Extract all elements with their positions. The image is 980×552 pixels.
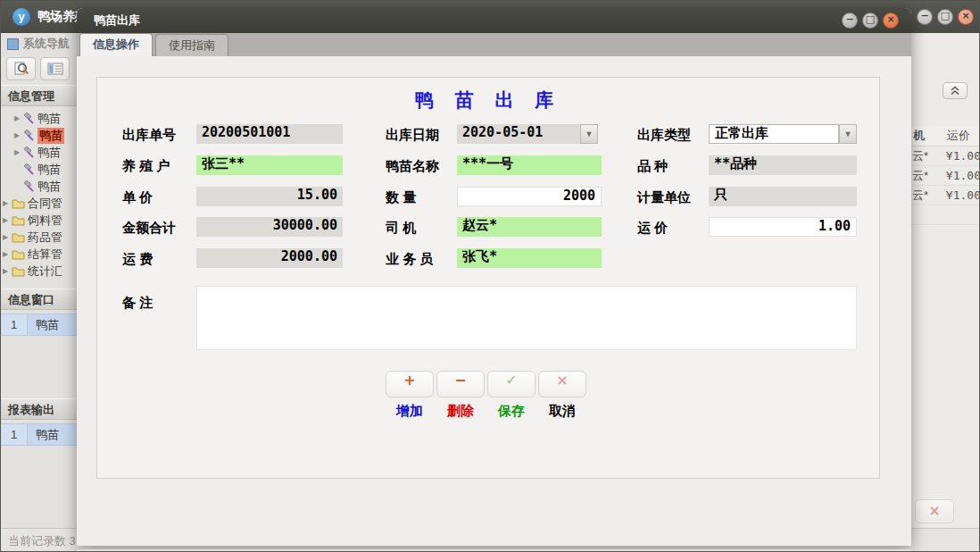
date-label: 出库日期 [386, 127, 439, 144]
cell-freight-price: ¥1.00 [936, 186, 980, 205]
dialog-titlebar[interactable]: 鸭苗出库 − □ × [77, 8, 911, 33]
quantity-label: 数 量 [386, 189, 416, 206]
outbound-form-panel: 鸭 苗 出 库 出库单号 20200501001 出库日期 2020-05-01… [96, 77, 880, 479]
dialog-close-button[interactable]: × [883, 13, 899, 29]
unit-price-field: 15.00 [196, 187, 343, 206]
tree-item-label: 合同管 [28, 196, 62, 212]
search-button[interactable] [6, 57, 36, 80]
remark-label: 备 注 [122, 295, 153, 312]
minimize-button[interactable]: − [917, 9, 933, 25]
maximize-button[interactable]: □ [937, 9, 953, 25]
tool-icon [23, 146, 35, 158]
tree-item-settlement[interactable]: ▶ 结算管 [1, 246, 77, 263]
add-button-label: 增加 [386, 403, 434, 420]
expand-arrow-icon[interactable]: ▶ [1, 199, 10, 207]
tree-item-statistics[interactable]: ▶ 统计汇 [1, 263, 77, 280]
date-field[interactable]: 2020-05-01 [457, 124, 580, 144]
freight-price-field[interactable]: 1.00 [709, 217, 857, 237]
tree-item-medicine[interactable]: ▶ 药品管 [1, 229, 77, 246]
dialog-minimize-button[interactable]: − [842, 13, 858, 29]
expand-arrow-icon[interactable]: ▶ [12, 131, 21, 139]
save-button[interactable]: ✓ [487, 371, 536, 397]
tab-info-operation[interactable]: 信息操作 [79, 33, 153, 56]
total-label: 金额合计 [122, 220, 176, 237]
cell-driver: 云* [911, 146, 936, 165]
table-header-row: 机 运价 [911, 126, 980, 146]
out-type-field[interactable]: 正常出库 [709, 124, 839, 144]
expand-arrow-icon[interactable]: ▶ [12, 148, 21, 156]
tree-item-label: 鸭苗 [37, 111, 61, 127]
duck-name-field[interactable]: ***一号 [457, 155, 602, 175]
dialog-title: 鸭苗出库 [94, 13, 140, 29]
app-logo-icon: y [12, 8, 30, 26]
unit-field: 只 [709, 187, 857, 206]
freight-label: 运 费 [122, 251, 153, 268]
save-button-label: 保存 [487, 403, 536, 420]
duck-outbound-dialog: 鸭苗出库 − □ × 信息操作 使用指南 鸭 苗 出 库 出库单号 202005… [77, 8, 911, 546]
table-row[interactable]: 云* ¥1.00 [911, 146, 980, 166]
expand-arrow-icon[interactable]: ▶ [1, 250, 10, 258]
tool-icon [23, 113, 35, 124]
date-dropdown-arrow-icon[interactable]: ▼ [580, 124, 598, 144]
close-button[interactable]: × [958, 9, 974, 25]
tab-user-guide[interactable]: 使用指南 [155, 34, 228, 56]
collapse-panel-button[interactable] [943, 82, 968, 99]
column-header-driver[interactable]: 机 [911, 126, 936, 146]
tree-item-duck-5[interactable]: 鸭苗 [1, 178, 77, 195]
delete-button[interactable]: − [436, 371, 485, 397]
table-row[interactable]: 云* ¥1.00 [911, 186, 980, 205]
quantity-field[interactable]: 2000 [457, 187, 602, 206]
tab-system-navigation[interactable]: 系统导航 [1, 33, 77, 54]
sidebar: 系统导航 信息管理 [1, 33, 77, 535]
list-item-label: 鸭苗 [28, 314, 59, 335]
freight-price-label: 运 价 [637, 220, 668, 237]
cancel-button[interactable]: × [538, 371, 586, 397]
application-window: y 鸭场养殖合 − □ × 系统导航 [0, 0, 980, 552]
search-icon [13, 61, 29, 77]
cell-driver: 云* [911, 166, 936, 185]
table-row-empty [911, 205, 980, 225]
cell-freight-price: ¥1.00 [936, 146, 980, 165]
add-button[interactable]: + [386, 371, 434, 397]
expand-arrow-icon[interactable]: ▶ [1, 233, 10, 241]
tool-icon [23, 180, 35, 192]
delete-button-label: 删除 [436, 403, 485, 420]
background-content-panel: 机 运价 云* ¥1.00 云* ¥1.00 云* ¥1.00 × [911, 33, 980, 535]
folder-icon [12, 198, 25, 209]
report-output-list-item[interactable]: 1 鸭苗 [1, 423, 77, 446]
tree-item-feed[interactable]: ▶ 饲料管 [1, 212, 77, 229]
form-view-button[interactable] [40, 57, 70, 80]
breed-field: **品种 [709, 155, 857, 175]
background-table: 机 运价 云* ¥1.00 云* ¥1.00 云* ¥1.00 [911, 126, 980, 225]
expand-arrow-icon[interactable]: ▶ [1, 267, 10, 275]
dialog-body: 鸭 苗 出 库 出库单号 20200501001 出库日期 2020-05-01… [77, 56, 911, 546]
tree-item-duck-1[interactable]: ▶ 鸭苗 [1, 110, 77, 127]
farmer-field[interactable]: 张三** [196, 155, 343, 175]
table-row[interactable]: 云* ¥1.00 [911, 166, 980, 186]
order-no-label: 出库单号 [122, 127, 176, 144]
background-cancel-button[interactable]: × [915, 499, 954, 523]
expand-arrow-icon[interactable]: ▶ [1, 216, 10, 224]
info-window-list-item[interactable]: 1 鸭苗 [1, 314, 77, 336]
chevron-up-double-icon [950, 86, 960, 96]
tree-item-duck-4[interactable]: 鸭苗 [1, 161, 77, 178]
tree-item-duck-3[interactable]: ▶ 鸭苗 [1, 144, 77, 161]
folder-icon [12, 249, 25, 260]
form-title: 鸭 苗 出 库 [97, 88, 879, 113]
tool-icon [23, 130, 35, 141]
expand-arrow-icon[interactable]: ▶ [12, 114, 21, 122]
list-item-label: 鸭苗 [28, 424, 59, 445]
list-item-index: 1 [1, 424, 28, 445]
out-type-dropdown-arrow-icon[interactable]: ▼ [839, 124, 857, 144]
column-header-freight-price[interactable]: 运价 [936, 126, 980, 146]
salesman-field[interactable]: 张飞* [457, 248, 602, 268]
tree-item-duck-2-selected[interactable]: ▶ 鸭苗 [1, 127, 77, 144]
farmer-label: 养 殖 户 [122, 158, 170, 175]
remark-textarea[interactable] [196, 286, 857, 350]
form-view-icon [47, 62, 63, 76]
section-info-window: 信息窗口 [1, 289, 77, 310]
unit-label: 计量单位 [637, 189, 691, 206]
dialog-maximize-button[interactable]: □ [862, 13, 878, 29]
driver-field[interactable]: 赵云* [457, 217, 602, 237]
tree-item-contract[interactable]: ▶ 合同管 [1, 195, 77, 212]
